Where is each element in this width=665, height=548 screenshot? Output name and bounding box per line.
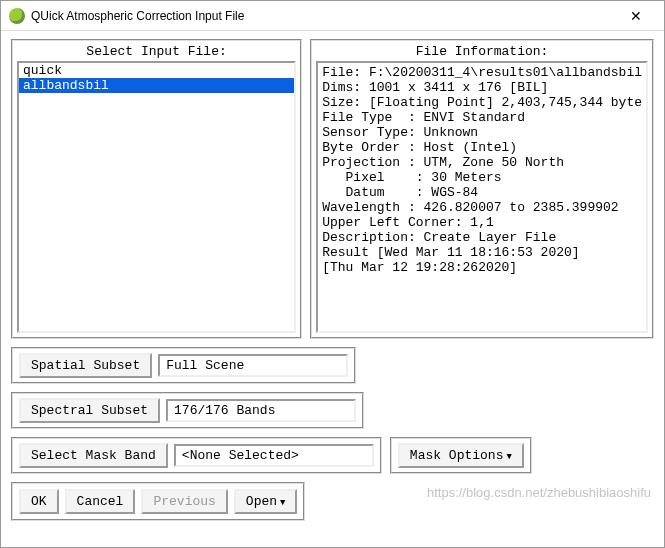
spectral-subset-button[interactable]: Spectral Subset: [19, 398, 160, 423]
app-icon: [9, 8, 25, 24]
mask-options-label: Mask Options: [410, 448, 504, 463]
select-input-panel: Select Input File: quickallbandsbil: [11, 39, 302, 339]
open-label: Open: [246, 494, 277, 509]
file-info-text: File: F:\20200311_4\results01\allbandsbi…: [316, 61, 648, 333]
file-info-title: File Information:: [312, 41, 652, 61]
close-icon[interactable]: ✕: [616, 2, 656, 30]
mask-options-button[interactable]: Mask Options▼: [398, 443, 524, 468]
mask-options-block: Mask Options▼: [390, 437, 532, 474]
spectral-subset-row: Spectral Subset 176/176 Bands: [11, 392, 364, 429]
bottom-button-row: OK Cancel Previous Open▼: [11, 482, 305, 521]
spatial-subset-button[interactable]: Spatial Subset: [19, 353, 152, 378]
select-mask-band-button[interactable]: Select Mask Band: [19, 443, 168, 468]
spectral-subset-value: 176/176 Bands: [166, 399, 356, 422]
cancel-button[interactable]: Cancel: [65, 489, 136, 514]
client-area: Select Input File: quickallbandsbil File…: [1, 31, 664, 547]
list-item[interactable]: quick: [19, 63, 294, 78]
file-info-panel: File Information: File: F:\20200311_4\re…: [310, 39, 654, 339]
list-item[interactable]: allbandsbil: [19, 78, 294, 93]
chevron-down-icon: ▼: [506, 452, 511, 462]
titlebar: QUick Atmospheric Correction Input File …: [1, 1, 664, 31]
top-panels: Select Input File: quickallbandsbil File…: [11, 39, 654, 339]
open-button[interactable]: Open▼: [234, 489, 298, 514]
window-title: QUick Atmospheric Correction Input File: [31, 9, 616, 23]
spatial-subset-value: Full Scene: [158, 354, 348, 377]
mask-band-value: <None Selected>: [174, 444, 374, 467]
select-input-title: Select Input File:: [13, 41, 300, 61]
input-file-list[interactable]: quickallbandsbil: [17, 61, 296, 333]
mask-band-block: Select Mask Band <None Selected>: [11, 437, 382, 474]
ok-button[interactable]: OK: [19, 489, 59, 514]
spatial-subset-row: Spatial Subset Full Scene: [11, 347, 356, 384]
dialog-window: QUick Atmospheric Correction Input File …: [0, 0, 665, 548]
chevron-down-icon: ▼: [280, 498, 285, 508]
previous-button: Previous: [141, 489, 227, 514]
mask-row: Select Mask Band <None Selected> Mask Op…: [11, 437, 654, 474]
